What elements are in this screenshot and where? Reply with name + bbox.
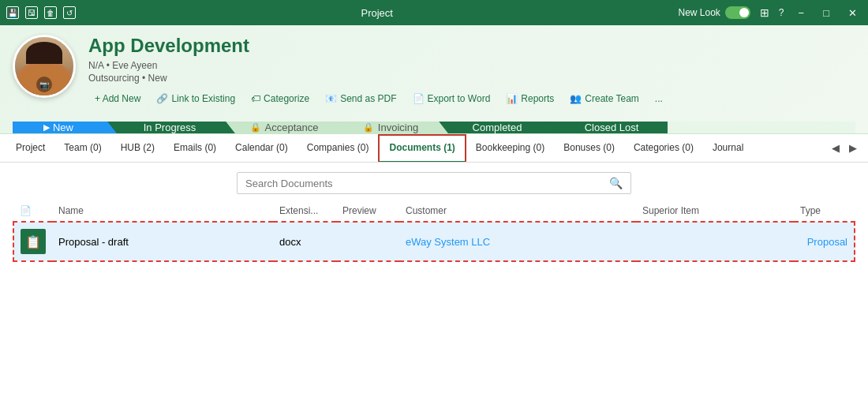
tab-bookkeeping[interactable]: Bookkeeping (0): [466, 134, 554, 162]
tab-journal[interactable]: Journal: [703, 134, 753, 162]
stage-new[interactable]: ▶ New: [13, 122, 107, 133]
stage-in-progress[interactable]: In Progress: [107, 122, 226, 133]
search-input[interactable]: [245, 178, 609, 189]
col-header-icon: 📄: [13, 200, 52, 222]
search-container: 🔍: [0, 163, 868, 200]
customer-link[interactable]: eWay System LLC: [406, 236, 490, 248]
add-new-button[interactable]: + Add New: [88, 90, 147, 107]
search-icon: 🔍: [609, 177, 623, 189]
row-icon-cell: 📋: [13, 222, 52, 261]
tab-bonuses[interactable]: Bonuses (0): [554, 134, 624, 162]
row-preview-cell: [336, 222, 399, 261]
col-header-customer[interactable]: Customer: [399, 200, 636, 222]
search-box: 🔍: [237, 172, 631, 194]
stage-invoicing-label: Invoicing: [378, 122, 418, 133]
title-bar-right: New Look ⊞ ? − □ ✕: [678, 6, 862, 21]
tab-calendar[interactable]: Calendar (0): [226, 134, 297, 162]
col-header-extension[interactable]: Extensi...: [273, 200, 336, 222]
help-icon[interactable]: ?: [779, 7, 784, 18]
title-bar-icons[interactable]: 💾 🖫 🗑 ↺: [6, 6, 76, 19]
col-header-superior[interactable]: Superior Item: [636, 200, 794, 222]
nav-tabs: Project Team (0) HUB (2) Emails (0) Cale…: [0, 134, 868, 163]
reports-button[interactable]: 📊 Reports: [499, 90, 560, 107]
project-title: App Development: [88, 35, 855, 57]
documents-table: 📄 Name Extensi... Preview Customer Super…: [13, 200, 855, 262]
camera-icon[interactable]: 📷: [36, 77, 52, 92]
lock-icon-invoicing: 🔒: [363, 122, 374, 133]
table-header-row: 📄 Name Extensi... Preview Customer Super…: [13, 200, 855, 222]
tab-hub[interactable]: HUB (2): [111, 134, 164, 162]
stage-invoicing[interactable]: 🔒 Invoicing: [336, 122, 439, 133]
minimize-button[interactable]: −: [794, 6, 810, 21]
save-icon[interactable]: 💾: [6, 6, 19, 19]
title-bar: 💾 🖫 🗑 ↺ Project New Look ⊞ ? − □ ✕: [0, 0, 868, 25]
toolbar: + Add New 🔗 Link to Existing 🏷 Categoriz…: [88, 85, 855, 114]
stage-closed-lost-label: Closed Lost: [585, 122, 639, 133]
file-header-icon: 📄: [20, 205, 32, 216]
tab-documents[interactable]: Documents (1): [378, 134, 466, 162]
tabs-prev-button[interactable]: ◀: [827, 134, 844, 162]
table-row[interactable]: 📋 Proposal - draft docx eWay System LLC …: [13, 222, 855, 261]
new-look-switch[interactable]: [725, 6, 750, 19]
tab-team[interactable]: Team (0): [54, 134, 110, 162]
link-icon: 🔗: [156, 93, 168, 104]
save-as-icon[interactable]: 🖫: [25, 6, 38, 19]
tab-categories[interactable]: Categories (0): [624, 134, 703, 162]
stage-in-progress-label: In Progress: [144, 122, 196, 133]
categorize-button[interactable]: 🏷 Categorize: [245, 90, 316, 107]
row-extension-cell: docx: [273, 222, 336, 261]
header-subtitle2: Outsourcing • New: [88, 73, 855, 84]
tag-icon: 🏷: [251, 93, 260, 104]
row-name-cell: Proposal - draft: [52, 222, 273, 261]
row-type-cell: Proposal: [794, 222, 855, 261]
tab-emails[interactable]: Emails (0): [164, 134, 226, 162]
header-info: App Development N/A • Eve Ayeen Outsourc…: [88, 35, 855, 114]
new-look-label: New Look: [678, 7, 720, 18]
row-superior-cell: [636, 222, 794, 261]
stage-bar: ▶ New In Progress 🔒 Acceptance 🔒 Invoici…: [13, 122, 855, 133]
trash-icon[interactable]: 🗑: [44, 6, 57, 19]
tab-companies[interactable]: Companies (0): [297, 134, 379, 162]
stage-new-label: New: [53, 122, 73, 133]
more-button[interactable]: ...: [649, 90, 669, 107]
avatar[interactable]: 📷: [13, 35, 76, 98]
team-icon: 👥: [570, 93, 582, 104]
header-subtitle1: N/A • Eve Ayeen: [88, 60, 855, 71]
stage-completed[interactable]: Completed: [439, 122, 549, 133]
stage-closed-lost[interactable]: Closed Lost: [549, 122, 668, 133]
row-customer-cell: eWay System LLC: [399, 222, 636, 261]
header-section: 📷 App Development N/A • Eve Ayeen Outsou…: [0, 25, 868, 134]
col-header-type[interactable]: Type: [794, 200, 855, 222]
link-to-existing-button[interactable]: 🔗 Link to Existing: [150, 90, 241, 107]
tab-project[interactable]: Project: [6, 134, 54, 162]
create-team-button[interactable]: 👥 Create Team: [563, 90, 645, 107]
pdf-icon: 📧: [325, 93, 337, 104]
new-look-toggle[interactable]: New Look: [678, 6, 750, 19]
send-as-pdf-button[interactable]: 📧 Send as PDF: [319, 90, 402, 107]
doc-icon: 📋: [21, 229, 46, 254]
col-header-name[interactable]: Name: [52, 200, 273, 222]
word-icon: 📄: [413, 93, 425, 104]
chart-icon: 📊: [506, 93, 518, 104]
title-bar-title: Project: [76, 7, 678, 19]
table-container: 📄 Name Extensi... Preview Customer Super…: [0, 200, 868, 262]
maximize-button[interactable]: □: [818, 6, 834, 21]
stage-acceptance-label: Acceptance: [265, 122, 319, 133]
refresh-icon[interactable]: ↺: [63, 6, 76, 19]
col-header-preview[interactable]: Preview: [336, 200, 399, 222]
grid-icon[interactable]: ⊞: [760, 6, 769, 19]
tabs-container: Project Team (0) HUB (2) Emails (0) Cale…: [6, 134, 827, 162]
stage-acceptance[interactable]: 🔒 Acceptance: [226, 122, 336, 133]
close-button[interactable]: ✕: [844, 6, 862, 21]
lock-icon-acceptance: 🔒: [250, 122, 261, 133]
tabs-next-button[interactable]: ▶: [844, 134, 862, 162]
header-top: 📷 App Development N/A • Eve Ayeen Outsou…: [13, 35, 855, 114]
stage-completed-label: Completed: [473, 122, 522, 133]
export-to-word-button[interactable]: 📄 Export to Word: [406, 90, 497, 107]
